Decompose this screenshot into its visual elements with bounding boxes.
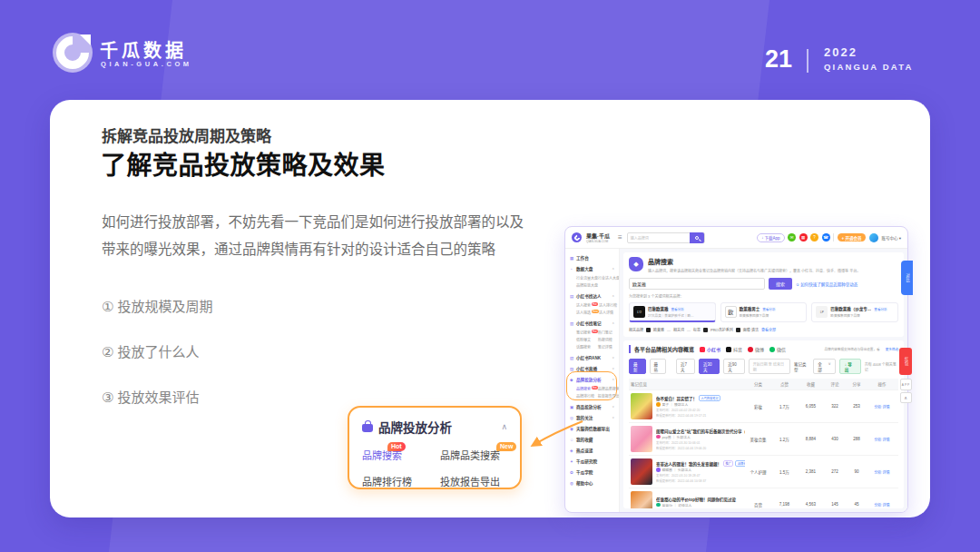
sidebar-sub-item[interactable]: 品牌品类搜索New (598, 386, 620, 391)
table-row[interactable]: 变美达人的理发！我的头发变靓靓！推广品牌合作笔记 糖糖酱 ｜ 头部达人 发布时间… (629, 455, 898, 488)
sidebar-sub-item[interactable]: 品牌投放大盘 (576, 282, 598, 288)
service-icon[interactable]: ☎ (822, 233, 830, 242)
view-analysis-link[interactable]: 查看分析 (762, 307, 775, 311)
sidebar-item-follows[interactable]: ◎ 我的关注 ∨ (570, 412, 616, 423)
sidebar-sub-item[interactable]: 行业达人大盘 (598, 275, 620, 281)
sidebar-sub-item[interactable]: 达人排行榜 (599, 302, 617, 308)
menu-item-brand-search[interactable]: 品牌搜索 Hot (362, 448, 440, 462)
detail-link[interactable]: 详情 (883, 503, 890, 508)
search-button[interactable] (690, 232, 704, 243)
analyze-link[interactable]: 分析 (874, 405, 881, 409)
analyze-link[interactable]: 分析 (874, 438, 881, 442)
sidebar-sub-item[interactable]: 热搜词榜 (598, 337, 616, 342)
overview-header: 各平台品牌相关内容概览 小红书 抖音 微博 微信 品牌内容数据支持筛选与导出设置… (629, 345, 898, 353)
vip-button[interactable]: + 开通会员 (838, 233, 867, 242)
sidebar-item-live[interactable]: ▨ 小红书直播 ∨ (570, 363, 616, 374)
sort-newest-button[interactable]: 最新 (629, 359, 646, 374)
sidebar-item-rank[interactable]: ▧ 小红书RANK ∨ (570, 352, 616, 363)
sidebar-item-find-notes[interactable]: ▥ 小红书找笔记 ∧ (570, 318, 616, 329)
back-to-top-button[interactable]: ∧ (900, 392, 912, 403)
sidebar-item-brand-analysis[interactable]: ◆ 品牌投放分析 ∧ (570, 374, 616, 385)
brand-card-loreal-salon[interactable]: LP 巴黎欧莱雅（沙龙专… 查看分析 欧莱雅集团旗下品牌 (811, 302, 898, 322)
app-float-button[interactable]: APP (900, 379, 912, 390)
date-range-input[interactable]: 开始日期 至 结束日期 (749, 359, 790, 374)
download-app-button[interactable]: ↓ 下载App (757, 233, 784, 242)
related-word[interactable]: 相关词 (673, 327, 684, 332)
sidebar-sub-item[interactable]: 达人筛选New (576, 310, 599, 315)
view-analysis-link[interactable]: 查看分析 (874, 307, 887, 311)
range-30d-button[interactable]: 近30天 (699, 359, 720, 374)
sidebar-item-hotspots[interactable]: ◈ 热点速递 (570, 445, 616, 456)
sidebar-item-find-kol[interactable]: ▤ 小红书找达人 ∧ (570, 291, 616, 301)
related-chip[interactable]: 欧莱雅 (653, 327, 664, 332)
brand-search-input[interactable]: 欧莱雅 (629, 278, 765, 290)
sidebar-sub-item[interactable]: 低粉爆文 (576, 337, 598, 342)
sidebar-sub-item[interactable]: 品牌排行榜 (576, 393, 598, 399)
sidebar-item-academy[interactable]: ✿ 千瓜学院 (570, 467, 616, 478)
sidebar-item-help[interactable]: ◍ 帮助中心 (570, 478, 616, 488)
sidebar-sub-item[interactable]: 达人详情 (599, 310, 617, 315)
cell-shares: 45 (846, 502, 867, 507)
sidebar-sub-item[interactable]: 行业流量大盘 (576, 275, 598, 281)
redpacket-float-button[interactable]: 红包 (899, 348, 912, 375)
result-count: 共有 4008 个相关笔记 (865, 361, 898, 372)
topbar-search-input[interactable]: 输入品牌词 (627, 232, 705, 243)
cell-category: 彩妆 (745, 404, 771, 409)
more-filters-link[interactable]: 更多筛选 (886, 347, 898, 351)
sidebar-item-product-analysis[interactable]: ▣ 商品投放分析 ∨ (570, 401, 616, 412)
brand-card-loreal-men[interactable]: 欧 欧莱雅男士 查看分析 欧莱雅集团旗下品牌 (720, 302, 808, 322)
gift-icon[interactable]: ▦ (799, 233, 808, 242)
tab-douyin[interactable]: 抖音 (726, 346, 742, 352)
hot-note-badge: 人气热搜笔记 (699, 395, 720, 401)
sidebar-sub-item-brand-search[interactable]: 品牌搜索Hot (576, 386, 598, 391)
help-icon[interactable]: ? (810, 233, 818, 242)
detail-link[interactable]: 详情 (883, 438, 890, 442)
search-tip-link[interactable]: ① 如何快速了解竞品近期种草动态 (796, 281, 858, 287)
range-7d-button[interactable]: 近7天 (676, 359, 695, 374)
table-row[interactable]: 闺蜜间以爱之名“坑”我们的车后备厢次世代分享（7 pop酱 ｜ 头部达人 发布时… (629, 422, 898, 455)
range-90d-button[interactable]: 近90天 (723, 359, 744, 374)
table-row[interactable]: 任谁都心动的平价top好物！问题你们见过没 苗苗Gr ｜ 初级达人 发布时间：2… (629, 488, 898, 508)
tab-weibo[interactable]: 微博 (748, 346, 764, 352)
brand-card-loreal-paris[interactable]: L'O 巴黎欧莱雅 查看分析 27大品类｜美容护肤千亿｜欧… (629, 302, 716, 322)
sidebar-item-research[interactable]: ✦ 千瓜研究院 (570, 456, 616, 467)
avatar[interactable] (869, 233, 878, 242)
compare-float-button[interactable]: 对比 (901, 261, 913, 295)
chevron-up-icon[interactable]: ∧ (501, 422, 507, 431)
export-button[interactable]: ↓ 导出 (839, 359, 861, 374)
sort-hottest-button[interactable]: 最热 (650, 359, 667, 374)
detail-link[interactable]: 详情 (883, 405, 890, 409)
analyze-link[interactable]: 分析 (874, 503, 881, 508)
sidebar-sub-item[interactable]: 投放报告导出 (598, 393, 620, 399)
detail-link[interactable]: 详情 (883, 470, 890, 475)
hamburger-icon[interactable]: ≡ (618, 233, 622, 242)
related-chip[interactable]: PRO洗护系列 (710, 327, 733, 332)
view-all-link[interactable]: 查看全部 (761, 327, 776, 332)
sidebar-item-data-dashboard[interactable]: ◔ 数据大盘 ∧ (570, 263, 616, 274)
sidebar-sub-item[interactable]: 笔记搜索Hot (576, 330, 598, 335)
brand-search-button[interactable]: 搜索 (769, 278, 792, 290)
header-likes: 点赞 (771, 381, 798, 387)
note-type-select[interactable]: 全部 ∨ (813, 359, 836, 374)
sidebar-sub-item[interactable]: 热门笔记 (598, 330, 616, 335)
menu-item-brand-category-search[interactable]: 品牌品类搜索 New (440, 448, 507, 462)
view-analysis-link[interactable]: 查看分析 (671, 307, 684, 311)
related-chip[interactable]: 面膜·清洁 (743, 327, 759, 332)
sidebar-sub-item[interactable]: 话题搜索 (576, 344, 598, 350)
tab-xiaohongshu[interactable]: 小红书 (700, 346, 720, 352)
related-word[interactable]: 标签 (693, 327, 701, 332)
hero-description: 输入品牌词，搜索该品牌相关商业笔记及品牌营销内容（支持品牌名与推广关键词搜索），… (648, 268, 860, 273)
sidebar-item-favorites[interactable]: ☆ 我的收藏 (570, 434, 616, 445)
sidebar-sub-item[interactable]: 笔记详情 (598, 344, 616, 350)
analyze-link[interactable]: 分析 (874, 470, 881, 475)
message-icon[interactable]: ✉ (788, 233, 796, 242)
tab-weixin[interactable]: 微信 (769, 346, 786, 352)
sidebar-item-tmall-export[interactable]: ◉ 天猫舆情数据导出 (570, 423, 616, 434)
sidebar-item-workbench[interactable]: ▦ 工作台 (570, 252, 616, 263)
list-item-2: ② 投放了什么人 (102, 341, 200, 360)
menu-item-brand-ranking[interactable]: 品牌排行榜 (362, 474, 440, 488)
table-row[interactable]: 你不爱白！其实错了！人气热搜笔记 栗子 ｜ 腰部达人 发布时间：2022-04-… (629, 389, 898, 422)
menu-item-report-export[interactable]: 投放报告导出 (440, 474, 507, 488)
account-dropdown[interactable]: 账号中心 ▾ (881, 235, 901, 241)
sidebar-sub-item[interactable]: 达人搜索Hot (576, 302, 599, 308)
